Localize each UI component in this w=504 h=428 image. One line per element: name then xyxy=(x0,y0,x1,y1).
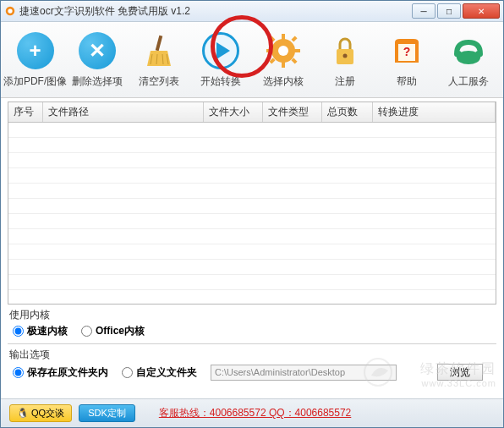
engine-radio-group: 极速内核 Office内核 xyxy=(13,324,491,338)
add-pdf-label: 添加PDF/图像 xyxy=(3,74,67,89)
svg-rect-12 xyxy=(293,49,300,52)
qq-chat-button[interactable]: 🐧 QQ交谈 xyxy=(9,404,72,422)
svg-point-22 xyxy=(475,51,482,58)
output-section-label: 输出选项 xyxy=(9,348,495,362)
lock-icon xyxy=(325,30,365,71)
x-icon: ✕ xyxy=(79,32,116,69)
svg-rect-2 xyxy=(156,36,163,51)
select-engine-button[interactable]: 选择内核 xyxy=(255,30,312,89)
footer: 🐧 QQ交谈 SDK定制 客服热线：4006685572 QQ：40066855… xyxy=(1,398,503,427)
close-button[interactable]: ✕ xyxy=(463,3,500,19)
output-radio-group: 保存在原文件夹内 自定义文件夹 浏览 xyxy=(13,364,491,381)
table-row xyxy=(8,229,496,244)
hotline-link[interactable]: 客服热线：4006685572 QQ：4006685572 xyxy=(159,406,351,420)
col-index[interactable]: 序号 xyxy=(8,102,42,123)
table-row xyxy=(8,184,496,199)
separator xyxy=(8,343,496,344)
file-table: 序号 文件路径 文件大小 文件类型 总页数 转换进度 xyxy=(8,102,496,305)
toolbar: + 添加PDF/图像 ✕ 删除选择项 清空列表 开始转换 选择内核 xyxy=(1,22,503,98)
col-progress[interactable]: 转换进度 xyxy=(372,102,496,123)
clear-button[interactable]: 清空列表 xyxy=(130,30,188,89)
engine-label: 选择内核 xyxy=(263,74,304,89)
table-row xyxy=(8,290,496,305)
col-pages[interactable]: 总页数 xyxy=(321,102,372,123)
qq-label: QQ交谈 xyxy=(31,408,64,418)
fast-engine-label: 极速内核 xyxy=(27,324,68,338)
svg-rect-13 xyxy=(269,36,275,41)
table-row xyxy=(8,214,496,229)
delete-button[interactable]: ✕ 删除选择项 xyxy=(68,30,126,89)
svg-rect-9 xyxy=(282,34,285,41)
register-button[interactable]: 注册 xyxy=(316,30,374,89)
same-folder-label: 保存在原文件夹内 xyxy=(27,365,108,380)
table-row xyxy=(8,275,496,290)
plus-icon: + xyxy=(17,32,54,69)
help-label: 帮助 xyxy=(397,74,417,89)
add-pdf-button[interactable]: + 添加PDF/图像 xyxy=(7,30,64,89)
browse-button[interactable]: 浏览 xyxy=(437,364,483,381)
table-header-row: 序号 文件路径 文件大小 文件类型 总页数 转换进度 xyxy=(8,102,496,123)
app-window: 捷速ocr文字识别软件 免费试用版 v1.2 ─ □ ✕ + 添加PDF/图像 … xyxy=(0,0,504,428)
table-body xyxy=(8,123,496,305)
same-folder-radio[interactable]: 保存在原文件夹内 xyxy=(13,365,108,380)
svg-point-18 xyxy=(342,54,347,58)
table-row xyxy=(8,244,496,260)
svg-rect-15 xyxy=(291,36,297,41)
svg-point-1 xyxy=(8,8,12,13)
output-path-input[interactable] xyxy=(211,365,397,381)
office-engine-radio[interactable]: Office内核 xyxy=(81,324,145,338)
fast-engine-radio[interactable]: 极速内核 xyxy=(13,324,68,338)
help-button[interactable]: ? 帮助 xyxy=(378,30,436,89)
sdk-button[interactable]: SDK定制 xyxy=(79,404,135,422)
table-row xyxy=(8,260,496,275)
register-label: 注册 xyxy=(335,74,355,89)
delete-label: 删除选择项 xyxy=(72,74,123,89)
table-row xyxy=(8,138,496,153)
table-row xyxy=(8,153,496,168)
table-row xyxy=(8,199,496,214)
col-size[interactable]: 文件大小 xyxy=(203,102,262,123)
svg-point-8 xyxy=(278,46,288,56)
service-label: 人工服务 xyxy=(448,74,489,89)
svg-point-21 xyxy=(455,51,462,58)
col-path[interactable]: 文件路径 xyxy=(42,102,203,123)
broom-icon xyxy=(139,30,179,71)
gear-icon xyxy=(263,30,304,71)
custom-folder-label: 自定义文件夹 xyxy=(136,365,197,380)
engine-section-label: 使用内核 xyxy=(9,308,495,322)
svg-rect-16 xyxy=(269,58,275,63)
svg-rect-10 xyxy=(282,61,285,68)
play-icon xyxy=(202,32,239,69)
app-icon xyxy=(4,5,16,17)
custom-folder-radio[interactable]: 自定义文件夹 xyxy=(122,365,197,380)
start-convert-button[interactable]: 开始转换 xyxy=(192,30,249,89)
col-type[interactable]: 文件类型 xyxy=(262,102,321,123)
svg-rect-14 xyxy=(291,58,297,63)
clear-label: 清空列表 xyxy=(139,74,179,89)
phone-icon xyxy=(448,30,489,71)
window-title: 捷速ocr文字识别软件 免费试用版 v1.2 xyxy=(19,4,410,19)
table-row xyxy=(8,123,496,138)
service-button[interactable]: 人工服务 xyxy=(440,30,497,89)
titlebar: 捷速ocr文字识别软件 免费试用版 v1.2 ─ □ ✕ xyxy=(1,1,503,22)
help-icon: ? xyxy=(386,30,427,71)
maximize-button[interactable]: □ xyxy=(437,3,461,19)
svg-text:?: ? xyxy=(403,45,411,58)
file-table-container: 序号 文件路径 文件大小 文件类型 总页数 转换进度 xyxy=(8,102,496,305)
svg-rect-11 xyxy=(266,49,273,52)
table-row xyxy=(8,168,496,184)
window-controls: ─ □ ✕ xyxy=(410,3,500,19)
start-label: 开始转换 xyxy=(200,74,241,89)
office-engine-label: Office内核 xyxy=(96,324,145,338)
minimize-button[interactable]: ─ xyxy=(412,3,436,19)
